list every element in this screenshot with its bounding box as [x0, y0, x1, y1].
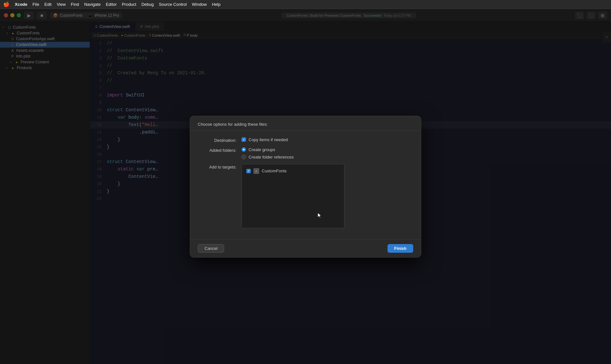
menu-file[interactable]: File	[32, 2, 39, 7]
destination-option[interactable]: Copy items if needed	[242, 137, 288, 142]
finish-button[interactable]: Finish	[388, 244, 413, 253]
svg-text:A: A	[255, 170, 257, 173]
menu-view[interactable]: View	[57, 2, 66, 7]
menu-source-control[interactable]: Source Control	[159, 2, 187, 7]
menu-product[interactable]: Product	[122, 2, 136, 7]
menu-find[interactable]: Find	[71, 2, 79, 7]
menu-xcode[interactable]: Xcode	[15, 2, 27, 7]
destination-option-label: Copy items if needed	[249, 137, 288, 142]
destination-label: Destination:	[198, 137, 236, 143]
radio-create-folder-refs[interactable]: Create folder references	[242, 155, 294, 159]
targets-list: A CustomFonts	[242, 164, 344, 228]
target-checkbox[interactable]	[246, 169, 251, 173]
folder-options: Create groups Create folder references	[242, 147, 294, 159]
destination-checkbox[interactable]	[242, 137, 246, 142]
destination-row: Destination: Copy items if needed	[198, 137, 413, 143]
menu-bar: 🍎 Xcode File Edit View Find Navigate Edi…	[0, 0, 611, 9]
menu-edit[interactable]: Edit	[44, 2, 51, 7]
menu-window[interactable]: Window	[192, 2, 207, 7]
added-folders-row: Added folders: Create groups Create fold…	[198, 147, 413, 159]
modal-footer: Cancel Finish	[190, 239, 421, 257]
modal-header: Choose options for adding these files:	[190, 116, 421, 131]
menu-debug[interactable]: Debug	[141, 2, 154, 7]
radio-groups-label: Create groups	[249, 147, 275, 152]
target-item-customfonts[interactable]: A CustomFonts	[244, 167, 342, 175]
modal-overlay: Choose options for adding these files: D…	[0, 9, 611, 364]
modal-body: Destination: Copy items if needed Added …	[190, 131, 421, 239]
radio-folder-refs-unselected[interactable]	[242, 155, 246, 159]
cancel-button[interactable]: Cancel	[198, 244, 224, 253]
radio-folder-refs-label: Create folder references	[249, 155, 294, 159]
apple-menu-icon[interactable]: 🍎	[3, 1, 10, 7]
destination-options: Copy items if needed	[242, 137, 288, 142]
target-name: CustomFonts	[262, 168, 287, 173]
targets-label: Add to targets:	[198, 164, 236, 169]
targets-row: Add to targets: A CustomFonts	[198, 164, 413, 228]
added-folders-label: Added folders:	[198, 147, 236, 153]
modal-title: Choose options for adding these files:	[198, 122, 268, 127]
menu-navigate[interactable]: Navigate	[84, 2, 101, 7]
radio-groups-selected[interactable]	[242, 147, 246, 152]
menu-editor[interactable]: Editor	[106, 2, 117, 7]
radio-create-groups[interactable]: Create groups	[242, 147, 294, 152]
target-app-icon: A	[253, 168, 259, 174]
add-files-modal: Choose options for adding these files: D…	[190, 116, 421, 258]
menu-help[interactable]: Help	[212, 2, 221, 7]
